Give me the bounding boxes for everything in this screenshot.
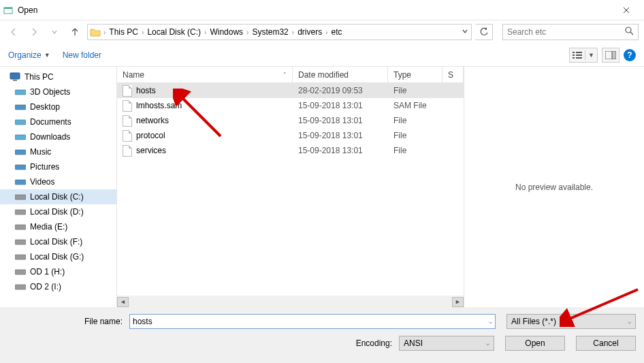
column-date[interactable]: Date modified xyxy=(293,67,388,82)
sidebar[interactable]: This PC 3D ObjectsDesktopDocumentsDownlo… xyxy=(0,67,117,307)
address-bar[interactable]: › This PC›Local Disk (C:)›Windows›System… xyxy=(87,24,472,40)
breadcrumb-segment[interactable]: This PC xyxy=(106,25,141,40)
column-headers: Name ˄ Date modified Type S xyxy=(117,67,464,83)
sidebar-item[interactable]: OD 2 (I:) xyxy=(0,279,116,294)
sidebar-item[interactable]: Local Disk (D:) xyxy=(0,204,116,219)
drive-icon xyxy=(15,131,26,142)
filename-input[interactable]: hosts ⌵ xyxy=(129,314,496,329)
file-name: lmhosts.sam xyxy=(136,101,182,110)
forward-button[interactable] xyxy=(26,24,42,40)
file-type: File xyxy=(388,86,442,95)
organize-menu[interactable]: Organize ▼ xyxy=(8,50,50,60)
column-size[interactable]: S xyxy=(442,67,464,82)
search-input[interactable]: Search etc xyxy=(502,24,639,40)
drive-icon xyxy=(15,221,26,232)
sidebar-item-label: OD 2 (I:) xyxy=(30,282,61,291)
sidebar-item-label: This PC xyxy=(25,72,54,82)
column-type[interactable]: Type xyxy=(388,67,442,82)
sidebar-item-label: Local Disk (D:) xyxy=(30,207,84,217)
recent-dropdown[interactable] xyxy=(46,24,63,40)
sidebar-item[interactable]: Downloads xyxy=(0,129,116,144)
file-date: 15-09-2018 13:01 xyxy=(293,131,388,140)
scroll-left-button[interactable]: ◄ xyxy=(117,297,129,307)
preview-pane-icon xyxy=(605,51,616,59)
scroll-track[interactable] xyxy=(129,297,452,307)
breadcrumb-segment[interactable]: drivers xyxy=(295,25,325,40)
search-placeholder: Search etc xyxy=(507,27,546,37)
breadcrumb-segment[interactable]: Windows xyxy=(207,25,246,40)
file-name: networks xyxy=(136,116,169,125)
sidebar-item-label: Desktop xyxy=(30,102,60,112)
encoding-value: ANSI xyxy=(404,338,423,348)
view-options-button[interactable]: ▼ xyxy=(569,48,598,63)
table-row[interactable]: protocol15-09-2018 13:01File xyxy=(117,128,464,143)
table-row[interactable]: lmhosts.sam15-09-2018 13:01SAM File xyxy=(117,98,464,113)
breadcrumb-segment[interactable]: System32 xyxy=(249,25,291,40)
sidebar-item-label: Videos xyxy=(30,177,54,187)
up-button[interactable] xyxy=(67,24,83,40)
svg-rect-30 xyxy=(15,210,26,215)
horizontal-scrollbar[interactable]: ◄ ► xyxy=(117,296,464,307)
file-icon xyxy=(123,100,132,112)
sidebar-root-this-pc[interactable]: This PC xyxy=(0,69,116,84)
filetype-select[interactable]: All Files (*.*) ⌵ xyxy=(506,314,636,329)
sidebar-item[interactable]: Local Disk (C:) xyxy=(0,189,116,204)
svg-point-2 xyxy=(626,27,631,33)
svg-rect-10 xyxy=(612,51,616,59)
sidebar-item[interactable]: Local Disk (F:) xyxy=(0,234,116,249)
file-icon xyxy=(123,130,132,142)
file-icon xyxy=(123,145,132,157)
filename-value: hosts xyxy=(133,317,152,326)
sidebar-item[interactable]: Desktop xyxy=(0,99,116,114)
file-date: 15-09-2018 13:01 xyxy=(293,101,388,110)
sidebar-item[interactable]: OD 1 (H:) xyxy=(0,264,116,279)
preview-text: No preview available. xyxy=(515,183,593,192)
svg-rect-16 xyxy=(15,105,26,110)
back-button[interactable] xyxy=(5,24,22,40)
file-type: SAM File xyxy=(388,101,442,110)
svg-rect-26 xyxy=(15,180,26,185)
main-area: This PC 3D ObjectsDesktopDocumentsDownlo… xyxy=(0,67,644,307)
table-row[interactable]: networks15-09-2018 13:01File xyxy=(117,113,464,128)
sidebar-item[interactable]: Videos xyxy=(0,174,116,189)
search-icon xyxy=(625,27,634,37)
cancel-button[interactable]: Cancel xyxy=(576,336,636,351)
file-date: 28-02-2019 09:53 xyxy=(293,86,388,95)
sidebar-item[interactable]: Documents xyxy=(0,114,116,129)
sidebar-item[interactable]: Media (E:) xyxy=(0,219,116,234)
sidebar-item-label: Documents xyxy=(30,117,71,127)
svg-rect-28 xyxy=(15,195,26,200)
toolbar: Organize ▼ New folder ▼ ? xyxy=(0,44,644,67)
address-dropdown[interactable] xyxy=(459,27,471,37)
app-icon xyxy=(3,5,14,16)
new-folder-button[interactable]: New folder xyxy=(63,50,101,60)
file-type: File xyxy=(388,116,442,125)
file-list[interactable]: hosts28-02-2019 09:53Filelmhosts.sam15-0… xyxy=(117,83,464,296)
file-icon xyxy=(123,115,132,127)
breadcrumb-segment[interactable]: Local Disk (C:) xyxy=(144,25,204,40)
chevron-down-icon[interactable]: ⌵ xyxy=(489,318,492,325)
scroll-right-button[interactable]: ► xyxy=(452,297,464,307)
sidebar-item[interactable]: Local Disk (G:) xyxy=(0,249,116,264)
svg-rect-40 xyxy=(15,285,26,289)
table-row[interactable]: services15-09-2018 13:01File xyxy=(117,143,464,158)
svg-rect-36 xyxy=(15,255,26,259)
close-button[interactable] xyxy=(611,0,641,20)
drive-icon xyxy=(15,251,26,262)
refresh-button[interactable] xyxy=(475,24,493,40)
open-button[interactable]: Open xyxy=(505,336,565,351)
table-row[interactable]: hosts28-02-2019 09:53File xyxy=(117,83,464,98)
navigation-row: › This PC›Local Disk (C:)›Windows›System… xyxy=(0,20,644,44)
sidebar-item[interactable]: Music xyxy=(0,144,116,159)
drive-icon xyxy=(15,101,26,112)
encoding-select[interactable]: ANSI ⌵ xyxy=(399,336,494,351)
breadcrumb-segment[interactable]: etc xyxy=(329,25,345,40)
svg-rect-32 xyxy=(15,225,26,230)
preview-pane-button[interactable] xyxy=(602,48,619,63)
column-name[interactable]: Name ˄ xyxy=(117,67,293,82)
sidebar-item[interactable]: 3D Objects xyxy=(0,84,116,99)
file-pane: Name ˄ Date modified Type S hosts28-02-2… xyxy=(117,67,464,307)
sidebar-item[interactable]: Pictures xyxy=(0,159,116,174)
chevron-down-icon: ⌵ xyxy=(628,318,631,325)
help-button[interactable]: ? xyxy=(624,49,636,61)
